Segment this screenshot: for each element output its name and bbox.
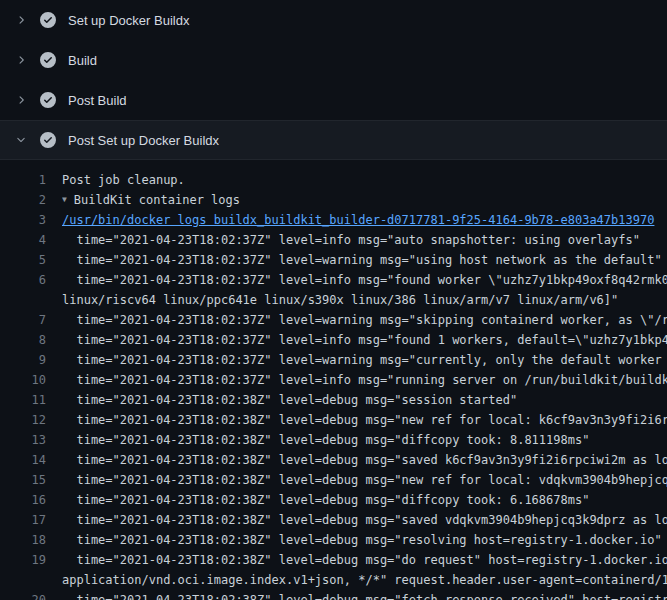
- actions-log-viewer: Set up Docker Buildx Build Post Build Po…: [0, 0, 667, 600]
- triangle-down-icon[interactable]: ▼: [62, 190, 67, 210]
- step-header-build[interactable]: Build: [0, 40, 667, 80]
- line-text: time="2021-04-23T18:02:38Z" level=debug …: [62, 450, 667, 470]
- step-title: Set up Docker Buildx: [68, 13, 189, 28]
- log-line: 19 time="2021-04-23T18:02:38Z" level=deb…: [0, 550, 667, 570]
- check-circle-icon: [40, 12, 56, 28]
- log-line: 4 time="2021-04-23T18:02:37Z" level=info…: [0, 230, 667, 250]
- check-circle-icon: [40, 52, 56, 68]
- line-text: time="2021-04-23T18:02:38Z" level=debug …: [62, 510, 667, 530]
- line-text: time="2021-04-23T18:02:37Z" level=info m…: [62, 230, 667, 250]
- log-line: 7 time="2021-04-23T18:02:37Z" level=warn…: [0, 310, 667, 330]
- line-text: ▼BuildKit container logs: [62, 190, 667, 210]
- step-header-post-build[interactable]: Post Build: [0, 80, 667, 120]
- line-number: [0, 290, 46, 310]
- log-line: 8 time="2021-04-23T18:02:37Z" level=info…: [0, 330, 667, 350]
- log-line: 17 time="2021-04-23T18:02:38Z" level=deb…: [0, 510, 667, 530]
- line-text: time="2021-04-23T18:02:37Z" level=warnin…: [62, 250, 667, 270]
- step-header-set-up-docker-buildx[interactable]: Set up Docker Buildx: [0, 0, 667, 40]
- line-number[interactable]: 13: [0, 430, 46, 450]
- line-text[interactable]: /usr/bin/docker logs buildx_buildkit_bui…: [62, 210, 667, 230]
- log-line: 12 time="2021-04-23T18:02:38Z" level=deb…: [0, 410, 667, 430]
- chevron-right-icon: [14, 13, 28, 27]
- line-number[interactable]: 2: [0, 190, 46, 210]
- line-number[interactable]: 3: [0, 210, 46, 230]
- line-number[interactable]: 18: [0, 530, 46, 550]
- line-text: time="2021-04-23T18:02:37Z" level=info m…: [62, 370, 667, 390]
- line-number[interactable]: 10: [0, 370, 46, 390]
- line-number[interactable]: 8: [0, 330, 46, 350]
- group-label[interactable]: BuildKit container logs: [74, 193, 240, 207]
- line-text: time="2021-04-23T18:02:37Z" level=warnin…: [62, 310, 667, 330]
- step-title: Build: [68, 53, 97, 68]
- chevron-right-icon: [14, 93, 28, 107]
- log-line: 14 time="2021-04-23T18:02:38Z" level=deb…: [0, 450, 667, 470]
- log-line-group: 2▼BuildKit container logs: [0, 190, 667, 210]
- log-line: 5 time="2021-04-23T18:02:37Z" level=warn…: [0, 250, 667, 270]
- log-line: 18 time="2021-04-23T18:02:38Z" level=deb…: [0, 530, 667, 550]
- line-text: time="2021-04-23T18:02:37Z" level=warnin…: [62, 350, 667, 370]
- check-circle-icon: [40, 92, 56, 108]
- line-number[interactable]: 7: [0, 310, 46, 330]
- log-line: 15 time="2021-04-23T18:02:38Z" level=deb…: [0, 470, 667, 490]
- chevron-down-icon: [14, 133, 28, 147]
- log-line: 16 time="2021-04-23T18:02:38Z" level=deb…: [0, 490, 667, 510]
- line-text: time="2021-04-23T18:02:38Z" level=debug …: [62, 390, 667, 410]
- line-number[interactable]: 11: [0, 390, 46, 410]
- line-text: time="2021-04-23T18:02:37Z" level=info m…: [62, 270, 667, 290]
- line-text: time="2021-04-23T18:02:38Z" level=debug …: [62, 470, 667, 490]
- line-text: Post job cleanup.: [62, 170, 667, 190]
- line-number[interactable]: 5: [0, 250, 46, 270]
- line-number[interactable]: 19: [0, 550, 46, 570]
- step-header-post-set-up-docker-buildx[interactable]: Post Set up Docker Buildx: [0, 120, 667, 160]
- log-area: 1Post job cleanup.2▼BuildKit container l…: [0, 160, 667, 600]
- line-number[interactable]: 6: [0, 270, 46, 290]
- check-circle-icon: [40, 132, 56, 148]
- line-text: time="2021-04-23T18:02:38Z" level=debug …: [62, 530, 667, 550]
- chevron-right-icon: [14, 53, 28, 67]
- line-number[interactable]: 17: [0, 510, 46, 530]
- line-text: time="2021-04-23T18:02:37Z" level=info m…: [62, 330, 667, 350]
- log-line: 6 time="2021-04-23T18:02:37Z" level=info…: [0, 270, 667, 290]
- log-line: 1Post job cleanup.: [0, 170, 667, 190]
- log-line-command: 3/usr/bin/docker logs buildx_buildkit_bu…: [0, 210, 667, 230]
- line-number[interactable]: 4: [0, 230, 46, 250]
- line-number: [0, 570, 46, 590]
- log-line: 11 time="2021-04-23T18:02:38Z" level=deb…: [0, 390, 667, 410]
- log-line: linux/riscv64 linux/ppc641e linux/s390x …: [0, 290, 667, 310]
- line-number[interactable]: 14: [0, 450, 46, 470]
- line-number[interactable]: 12: [0, 410, 46, 430]
- log-lines: 1Post job cleanup.2▼BuildKit container l…: [0, 170, 667, 600]
- step-title: Post Build: [68, 93, 127, 108]
- log-line: 13 time="2021-04-23T18:02:38Z" level=deb…: [0, 430, 667, 450]
- log-line: application/vnd.oci.image.index.v1+json,…: [0, 570, 667, 590]
- line-number[interactable]: 16: [0, 490, 46, 510]
- line-number[interactable]: 20: [0, 590, 46, 600]
- line-number[interactable]: 15: [0, 470, 46, 490]
- log-line: 20 time="2021-04-23T18:02:38Z" level=deb…: [0, 590, 667, 600]
- line-text: time="2021-04-23T18:02:38Z" level=debug …: [62, 550, 667, 570]
- line-number[interactable]: 1: [0, 170, 46, 190]
- log-line: 9 time="2021-04-23T18:02:37Z" level=warn…: [0, 350, 667, 370]
- line-text: time="2021-04-23T18:02:38Z" level=debug …: [62, 590, 667, 600]
- line-text: application/vnd.oci.image.index.v1+json,…: [62, 570, 667, 590]
- line-text: time="2021-04-23T18:02:38Z" level=debug …: [62, 410, 667, 430]
- log-line: 10 time="2021-04-23T18:02:37Z" level=inf…: [0, 370, 667, 390]
- line-text: time="2021-04-23T18:02:38Z" level=debug …: [62, 430, 667, 450]
- line-text: linux/riscv64 linux/ppc641e linux/s390x …: [62, 290, 667, 310]
- step-title: Post Set up Docker Buildx: [68, 133, 219, 148]
- line-text: time="2021-04-23T18:02:38Z" level=debug …: [62, 490, 667, 510]
- line-number[interactable]: 9: [0, 350, 46, 370]
